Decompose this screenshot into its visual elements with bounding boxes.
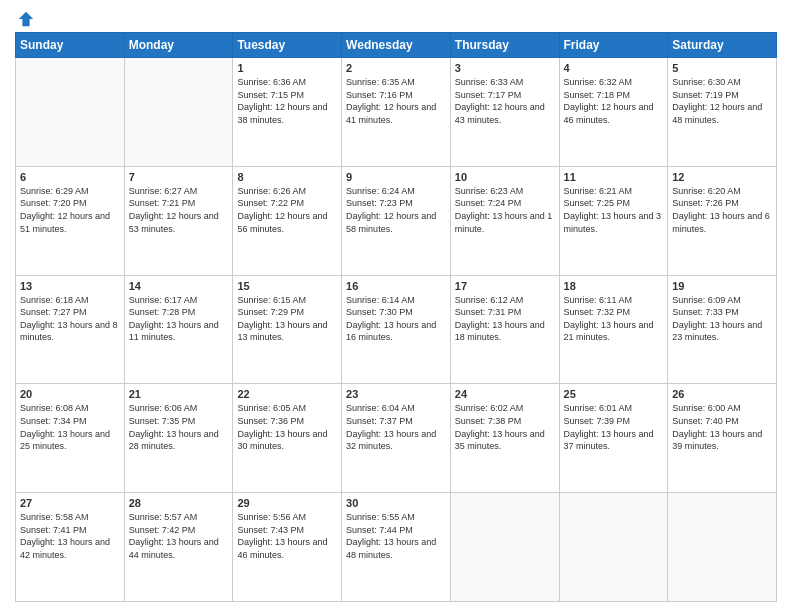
calendar-cell: 26Sunrise: 6:00 AMSunset: 7:40 PMDayligh…	[668, 384, 777, 493]
day-number: 11	[564, 171, 664, 183]
col-header-monday: Monday	[124, 33, 233, 58]
day-info: Sunrise: 6:20 AMSunset: 7:26 PMDaylight:…	[672, 185, 772, 235]
day-info: Sunrise: 6:01 AMSunset: 7:39 PMDaylight:…	[564, 402, 664, 452]
day-number: 3	[455, 62, 555, 74]
day-number: 16	[346, 280, 446, 292]
calendar-cell: 30Sunrise: 5:55 AMSunset: 7:44 PMDayligh…	[342, 493, 451, 602]
day-info: Sunrise: 6:02 AMSunset: 7:38 PMDaylight:…	[455, 402, 555, 452]
calendar-cell: 2Sunrise: 6:35 AMSunset: 7:16 PMDaylight…	[342, 58, 451, 167]
day-info: Sunrise: 5:55 AMSunset: 7:44 PMDaylight:…	[346, 511, 446, 561]
col-header-thursday: Thursday	[450, 33, 559, 58]
day-number: 4	[564, 62, 664, 74]
day-info: Sunrise: 6:05 AMSunset: 7:36 PMDaylight:…	[237, 402, 337, 452]
calendar-week-row: 1Sunrise: 6:36 AMSunset: 7:15 PMDaylight…	[16, 58, 777, 167]
day-info: Sunrise: 6:33 AMSunset: 7:17 PMDaylight:…	[455, 76, 555, 126]
calendar-cell: 24Sunrise: 6:02 AMSunset: 7:38 PMDayligh…	[450, 384, 559, 493]
calendar-cell: 11Sunrise: 6:21 AMSunset: 7:25 PMDayligh…	[559, 166, 668, 275]
day-info: Sunrise: 6:08 AMSunset: 7:34 PMDaylight:…	[20, 402, 120, 452]
calendar-cell: 28Sunrise: 5:57 AMSunset: 7:42 PMDayligh…	[124, 493, 233, 602]
day-info: Sunrise: 6:35 AMSunset: 7:16 PMDaylight:…	[346, 76, 446, 126]
day-info: Sunrise: 6:04 AMSunset: 7:37 PMDaylight:…	[346, 402, 446, 452]
day-number: 23	[346, 388, 446, 400]
calendar-cell: 19Sunrise: 6:09 AMSunset: 7:33 PMDayligh…	[668, 275, 777, 384]
day-number: 15	[237, 280, 337, 292]
calendar-cell: 8Sunrise: 6:26 AMSunset: 7:22 PMDaylight…	[233, 166, 342, 275]
day-number: 2	[346, 62, 446, 74]
page: SundayMondayTuesdayWednesdayThursdayFrid…	[0, 0, 792, 612]
calendar-week-row: 20Sunrise: 6:08 AMSunset: 7:34 PMDayligh…	[16, 384, 777, 493]
day-number: 29	[237, 497, 337, 509]
day-number: 24	[455, 388, 555, 400]
day-info: Sunrise: 6:29 AMSunset: 7:20 PMDaylight:…	[20, 185, 120, 235]
day-number: 21	[129, 388, 229, 400]
calendar-cell: 15Sunrise: 6:15 AMSunset: 7:29 PMDayligh…	[233, 275, 342, 384]
calendar-cell: 12Sunrise: 6:20 AMSunset: 7:26 PMDayligh…	[668, 166, 777, 275]
calendar-week-row: 6Sunrise: 6:29 AMSunset: 7:20 PMDaylight…	[16, 166, 777, 275]
col-header-sunday: Sunday	[16, 33, 125, 58]
calendar-cell: 5Sunrise: 6:30 AMSunset: 7:19 PMDaylight…	[668, 58, 777, 167]
calendar-cell	[124, 58, 233, 167]
day-number: 14	[129, 280, 229, 292]
day-number: 25	[564, 388, 664, 400]
day-info: Sunrise: 5:57 AMSunset: 7:42 PMDaylight:…	[129, 511, 229, 561]
calendar-cell: 3Sunrise: 6:33 AMSunset: 7:17 PMDaylight…	[450, 58, 559, 167]
day-info: Sunrise: 6:27 AMSunset: 7:21 PMDaylight:…	[129, 185, 229, 235]
calendar-cell: 27Sunrise: 5:58 AMSunset: 7:41 PMDayligh…	[16, 493, 125, 602]
day-info: Sunrise: 6:26 AMSunset: 7:22 PMDaylight:…	[237, 185, 337, 235]
day-number: 26	[672, 388, 772, 400]
day-info: Sunrise: 6:24 AMSunset: 7:23 PMDaylight:…	[346, 185, 446, 235]
calendar-cell: 10Sunrise: 6:23 AMSunset: 7:24 PMDayligh…	[450, 166, 559, 275]
calendar-cell: 25Sunrise: 6:01 AMSunset: 7:39 PMDayligh…	[559, 384, 668, 493]
calendar-cell: 9Sunrise: 6:24 AMSunset: 7:23 PMDaylight…	[342, 166, 451, 275]
col-header-saturday: Saturday	[668, 33, 777, 58]
day-info: Sunrise: 5:56 AMSunset: 7:43 PMDaylight:…	[237, 511, 337, 561]
day-number: 18	[564, 280, 664, 292]
header	[15, 10, 777, 24]
day-number: 6	[20, 171, 120, 183]
day-info: Sunrise: 6:18 AMSunset: 7:27 PMDaylight:…	[20, 294, 120, 344]
day-info: Sunrise: 6:36 AMSunset: 7:15 PMDaylight:…	[237, 76, 337, 126]
col-header-friday: Friday	[559, 33, 668, 58]
calendar-cell: 14Sunrise: 6:17 AMSunset: 7:28 PMDayligh…	[124, 275, 233, 384]
calendar-cell: 17Sunrise: 6:12 AMSunset: 7:31 PMDayligh…	[450, 275, 559, 384]
svg-marker-0	[19, 12, 33, 26]
day-number: 19	[672, 280, 772, 292]
day-info: Sunrise: 6:00 AMSunset: 7:40 PMDaylight:…	[672, 402, 772, 452]
day-number: 7	[129, 171, 229, 183]
day-number: 22	[237, 388, 337, 400]
calendar-cell	[559, 493, 668, 602]
day-info: Sunrise: 6:21 AMSunset: 7:25 PMDaylight:…	[564, 185, 664, 235]
day-info: Sunrise: 6:06 AMSunset: 7:35 PMDaylight:…	[129, 402, 229, 452]
day-number: 28	[129, 497, 229, 509]
logo-icon	[17, 10, 35, 28]
calendar-cell: 20Sunrise: 6:08 AMSunset: 7:34 PMDayligh…	[16, 384, 125, 493]
day-info: Sunrise: 5:58 AMSunset: 7:41 PMDaylight:…	[20, 511, 120, 561]
col-header-wednesday: Wednesday	[342, 33, 451, 58]
calendar-cell: 23Sunrise: 6:04 AMSunset: 7:37 PMDayligh…	[342, 384, 451, 493]
day-number: 20	[20, 388, 120, 400]
calendar-cell: 29Sunrise: 5:56 AMSunset: 7:43 PMDayligh…	[233, 493, 342, 602]
logo	[15, 10, 35, 24]
day-number: 12	[672, 171, 772, 183]
calendar-header-row: SundayMondayTuesdayWednesdayThursdayFrid…	[16, 33, 777, 58]
day-info: Sunrise: 6:14 AMSunset: 7:30 PMDaylight:…	[346, 294, 446, 344]
calendar-cell: 6Sunrise: 6:29 AMSunset: 7:20 PMDaylight…	[16, 166, 125, 275]
logo-text	[15, 10, 35, 28]
day-info: Sunrise: 6:09 AMSunset: 7:33 PMDaylight:…	[672, 294, 772, 344]
calendar-cell: 18Sunrise: 6:11 AMSunset: 7:32 PMDayligh…	[559, 275, 668, 384]
day-info: Sunrise: 6:15 AMSunset: 7:29 PMDaylight:…	[237, 294, 337, 344]
calendar-cell: 4Sunrise: 6:32 AMSunset: 7:18 PMDaylight…	[559, 58, 668, 167]
day-info: Sunrise: 6:23 AMSunset: 7:24 PMDaylight:…	[455, 185, 555, 235]
day-number: 13	[20, 280, 120, 292]
day-number: 10	[455, 171, 555, 183]
day-number: 17	[455, 280, 555, 292]
calendar-cell: 1Sunrise: 6:36 AMSunset: 7:15 PMDaylight…	[233, 58, 342, 167]
calendar-table: SundayMondayTuesdayWednesdayThursdayFrid…	[15, 32, 777, 602]
day-number: 5	[672, 62, 772, 74]
calendar-week-row: 27Sunrise: 5:58 AMSunset: 7:41 PMDayligh…	[16, 493, 777, 602]
day-info: Sunrise: 6:17 AMSunset: 7:28 PMDaylight:…	[129, 294, 229, 344]
calendar-week-row: 13Sunrise: 6:18 AMSunset: 7:27 PMDayligh…	[16, 275, 777, 384]
calendar-cell: 13Sunrise: 6:18 AMSunset: 7:27 PMDayligh…	[16, 275, 125, 384]
day-info: Sunrise: 6:32 AMSunset: 7:18 PMDaylight:…	[564, 76, 664, 126]
day-number: 9	[346, 171, 446, 183]
